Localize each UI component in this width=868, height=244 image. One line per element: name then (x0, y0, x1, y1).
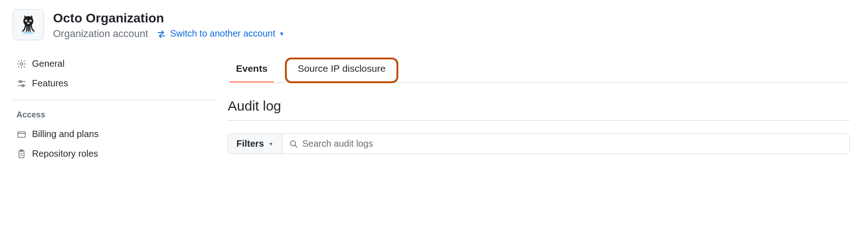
tabs: Events Source IP disclosure (228, 58, 850, 83)
sidebar-item-label: Repository roles (32, 149, 98, 159)
org-avatar (13, 9, 44, 40)
svg-point-6 (22, 32, 35, 34)
page-title: Audit log (228, 98, 850, 121)
org-name: Octo Organization (53, 10, 284, 26)
sidebar-item-features[interactable]: Features (13, 74, 217, 93)
search-input-wrap[interactable] (282, 133, 850, 154)
caret-down-icon: ▼ (268, 141, 273, 147)
org-header: Octo Organization Organization account S… (13, 9, 868, 40)
sidebar-item-repo-roles[interactable]: Repository roles (13, 144, 217, 164)
main-content: Events Source IP disclosure Audit log Fi… (228, 54, 868, 164)
switch-account-label: Switch to another account (170, 28, 275, 39)
tab-label: Events (236, 63, 268, 74)
sidebar-item-label: General (32, 58, 64, 69)
svg-point-7 (20, 63, 23, 65)
sidebar-divider (13, 100, 217, 100)
search-icon (289, 139, 299, 149)
octocat-icon (17, 13, 40, 36)
tab-label: Source IP disclosure (298, 63, 386, 74)
svg-point-3 (26, 21, 27, 21)
sidebar: General Features Access Billing and pl (13, 54, 228, 164)
search-input[interactable] (299, 134, 843, 154)
sidebar-item-general[interactable]: General (13, 54, 217, 74)
filters-label: Filters (236, 138, 264, 149)
caret-down-icon: ▼ (279, 31, 284, 37)
clipboard-icon (16, 149, 27, 159)
org-title-block: Octo Organization Organization account S… (53, 10, 284, 40)
switch-account-link[interactable]: Switch to another account ▼ (156, 28, 284, 39)
sidebar-item-label: Billing and plans (32, 129, 99, 139)
account-type-label: Organization account (53, 28, 148, 40)
sidebar-item-label: Features (32, 78, 68, 89)
svg-point-5 (27, 22, 29, 24)
sidebar-section-access: Access (13, 106, 217, 124)
svg-point-4 (30, 21, 31, 21)
search-row: Filters ▼ (228, 133, 850, 154)
filters-button[interactable]: Filters ▼ (228, 133, 282, 154)
tab-source-ip-disclosure[interactable]: Source IP disclosure (285, 58, 398, 83)
swap-icon (156, 29, 166, 39)
tab-events[interactable]: Events (228, 58, 276, 82)
svg-line-19 (295, 145, 297, 147)
sliders-icon (16, 79, 27, 89)
gear-icon (16, 59, 27, 69)
svg-rect-12 (18, 132, 26, 137)
svg-point-0 (23, 16, 33, 26)
credit-card-icon (16, 129, 27, 139)
sidebar-item-billing[interactable]: Billing and plans (13, 124, 217, 144)
org-subtitle-row: Organization account Switch to another a… (53, 28, 284, 40)
